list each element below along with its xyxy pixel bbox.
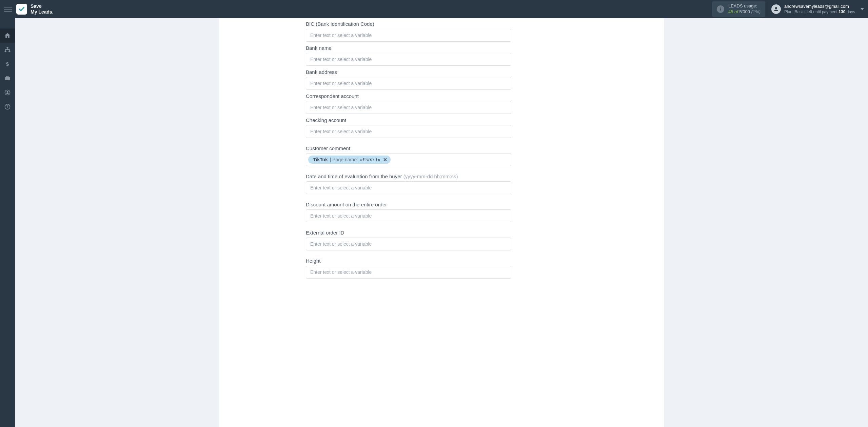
field-bank-name: Bank name (306, 45, 511, 66)
plan-name: Basic (794, 9, 804, 14)
label-corr-account: Correspondent account (306, 93, 511, 99)
user-info: andrewsavemyleads@gmail.com Plan |Basic|… (784, 4, 855, 15)
svg-rect-5 (5, 77, 10, 80)
field-bank-address: Bank address (306, 69, 511, 90)
field-checking-account: Checking account (306, 117, 511, 138)
avatar (771, 4, 781, 14)
field-bic: BIC (Bank Identification Code) (306, 21, 511, 42)
top-header: Save My Leads. i LEADS usage: 45 of 5'00… (0, 0, 868, 18)
label-eval-date-text: Date and time of evaluation from the buy… (306, 174, 403, 179)
checkmark-icon (18, 6, 25, 13)
app-logo[interactable] (16, 4, 27, 15)
user-email: andrewsavemyleads@gmail.com (784, 4, 855, 9)
usage-count: 45 (728, 9, 733, 14)
label-checking-account: Checking account (306, 117, 511, 123)
usage-label: LEADS usage: (728, 3, 761, 9)
home-icon (4, 32, 11, 39)
svg-rect-3 (8, 51, 10, 52)
sidebar-item-briefcase[interactable] (0, 71, 15, 85)
tag-separator: | Page name: (330, 157, 358, 162)
user-icon (773, 6, 779, 12)
svg-rect-2 (5, 51, 6, 52)
user-plan: Plan |Basic| left until payment 130 days (784, 9, 855, 15)
tag-source: TikTok (313, 157, 328, 162)
usage-of: of (734, 9, 738, 14)
tag-value: «Form 1» (360, 157, 380, 162)
main-content: BIC (Bank Identification Code) Bank name… (15, 18, 868, 427)
field-corr-account: Correspondent account (306, 93, 511, 114)
label-height: Height (306, 258, 511, 264)
help-icon: ? (4, 103, 11, 110)
input-external-id[interactable] (306, 238, 511, 250)
label-customer-comment: Customer comment (306, 145, 511, 151)
brand-name: Save My Leads. (31, 3, 54, 15)
field-height: Height (306, 258, 511, 279)
tag-remove-button[interactable]: ✕ (383, 157, 387, 162)
plan-mid: | left until payment (805, 9, 839, 14)
variable-tag-tiktok: TikTok | Page name: «Form 1» ✕ (308, 156, 391, 164)
brand-line1: Save (31, 3, 54, 9)
input-eval-date[interactable] (306, 181, 511, 194)
plan-prefix: Plan | (784, 9, 794, 14)
sidebar-item-help[interactable]: ? (0, 100, 15, 114)
usage-total: 5'000 (739, 9, 750, 14)
sidebar-item-connections[interactable] (0, 43, 15, 57)
chevron-down-icon (861, 8, 864, 10)
usage-pct: (1%) (751, 9, 761, 14)
input-bank-address[interactable] (306, 77, 511, 90)
input-checking-account[interactable] (306, 125, 511, 138)
label-bic: BIC (Bank Identification Code) (306, 21, 511, 27)
left-sidebar: $ ? (0, 18, 15, 427)
input-discount[interactable] (306, 209, 511, 222)
svg-point-0 (775, 7, 777, 9)
svg-point-7 (7, 91, 8, 93)
svg-text:?: ? (6, 105, 8, 108)
field-external-id: External order ID (306, 230, 511, 250)
label-bank-address: Bank address (306, 69, 511, 75)
menu-toggle-button[interactable] (4, 5, 12, 13)
info-icon: i (717, 5, 724, 13)
label-bank-name: Bank name (306, 45, 511, 51)
sitemap-icon (4, 46, 11, 53)
label-eval-date: Date and time of evaluation from the buy… (306, 174, 511, 179)
user-menu[interactable]: andrewsavemyleads@gmail.com Plan |Basic|… (771, 4, 864, 15)
label-discount: Discount amount on the entire order (306, 202, 511, 207)
form-area: BIC (Bank Identification Code) Bank name… (306, 21, 511, 279)
input-bank-name[interactable] (306, 53, 511, 66)
field-customer-comment: Customer comment TikTok | Page name: «Fo… (306, 145, 511, 166)
usage-values: 45 of 5'000 (1%) (728, 9, 761, 15)
svg-rect-1 (7, 47, 8, 48)
label-eval-date-hint: (yyyy-mm-dd hh:mm:ss) (403, 174, 458, 179)
svg-text:$: $ (6, 61, 9, 67)
briefcase-icon (4, 75, 11, 82)
plan-days-word: days (845, 9, 855, 14)
label-external-id: External order ID (306, 230, 511, 236)
field-discount: Discount amount on the entire order (306, 202, 511, 222)
input-height[interactable] (306, 266, 511, 279)
usage-text: LEADS usage: 45 of 5'000 (1%) (728, 3, 761, 15)
input-corr-account[interactable] (306, 101, 511, 114)
plan-days-num: 130 (839, 9, 845, 14)
input-customer-comment[interactable]: TikTok | Page name: «Form 1» ✕ (306, 153, 511, 166)
content-panel: BIC (Bank Identification Code) Bank name… (219, 18, 664, 427)
field-eval-date: Date and time of evaluation from the buy… (306, 174, 511, 194)
dollar-icon: $ (4, 61, 11, 67)
sidebar-item-billing[interactable]: $ (0, 57, 15, 71)
usage-indicator[interactable]: i LEADS usage: 45 of 5'000 (1%) (712, 1, 765, 17)
header-right: i LEADS usage: 45 of 5'000 (1%) andrewsa… (712, 1, 864, 17)
user-circle-icon (4, 89, 11, 96)
sidebar-item-account[interactable] (0, 85, 15, 100)
brand-line2: My Leads. (31, 9, 54, 15)
input-bic[interactable] (306, 29, 511, 42)
sidebar-item-home[interactable] (0, 28, 15, 43)
